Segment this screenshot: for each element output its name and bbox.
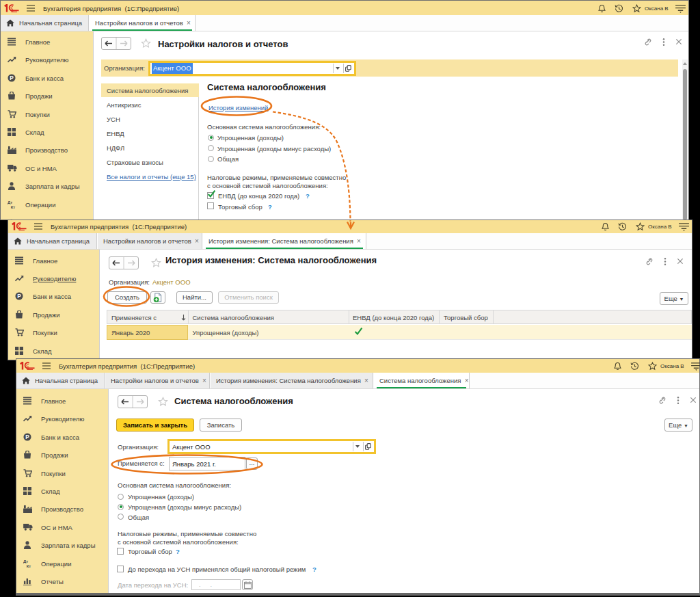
svg-text:Кт: Кт <box>27 563 31 567</box>
svg-text:P: P <box>25 434 29 440</box>
svg-text:P: P <box>17 293 21 300</box>
svg-text:Кт: Кт <box>11 204 16 208</box>
svg-text:P: P <box>10 75 14 81</box>
svg-text:Дт: Дт <box>23 559 28 563</box>
svg-text:Дт: Дт <box>8 200 12 204</box>
